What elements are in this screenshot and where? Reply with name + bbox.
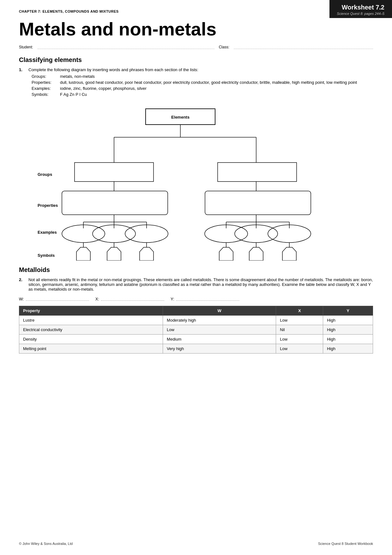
- symbols-row: Symbols: F Ag Zn P I Cu: [32, 92, 373, 97]
- value-cell: Very high: [163, 344, 276, 353]
- worksheet-subtitle: Science Quest 8: pages 244–5: [337, 12, 384, 15]
- student-dots: [38, 45, 214, 49]
- metalloids-table: Property W X Y LustreModerately highLowH…: [19, 306, 373, 354]
- th-y: Y: [323, 306, 373, 315]
- groups-value: metals, non-metals: [60, 74, 373, 79]
- examples-row: Examples: iodine, zinc, fluorine, copper…: [32, 86, 373, 91]
- question2-row: 2. Not all elements readily fit in the m…: [19, 277, 373, 292]
- value-cell: Low: [163, 325, 276, 334]
- w-dots: [26, 297, 89, 301]
- section-classifying: Classifying elements 1. Complete the fol…: [19, 56, 373, 261]
- footer-right: Science Quest 8 Student Workbook: [318, 542, 373, 546]
- elements-label: Elements: [171, 115, 190, 120]
- right-symbol-box-1: [219, 247, 233, 261]
- value-cell: Nil: [276, 325, 323, 334]
- examples-value: iodine, zinc, fluorine, copper, phosphor…: [60, 86, 373, 91]
- page: Worksheet 7.2 Science Quest 8: pages 244…: [0, 0, 392, 555]
- value-cell: High: [323, 344, 373, 353]
- left-properties-box: [62, 191, 168, 215]
- x-label: X:: [95, 297, 99, 301]
- q1-text: Complete the following diagram by insert…: [28, 67, 373, 72]
- y-dots: [176, 297, 239, 301]
- table-row: Electrical conductivityLowNilHigh: [19, 325, 373, 334]
- right-group-box: [218, 163, 297, 182]
- student-label: Student:: [19, 45, 33, 49]
- examples-label: Examples:: [32, 86, 60, 91]
- property-cell: Melting point: [19, 344, 163, 353]
- y-label: Y:: [171, 297, 174, 301]
- value-cell: High: [323, 315, 373, 325]
- left-group-box: [75, 163, 154, 182]
- groups-side-label: Groups: [38, 172, 52, 177]
- section-metalloids: Metalloids 2. Not all elements readily f…: [19, 266, 373, 354]
- student-class-line: Student: Class:: [19, 45, 373, 49]
- property-cell: Electrical conductivity: [19, 325, 163, 334]
- answer-line: W: X: Y:: [19, 297, 373, 301]
- q1-number: 1.: [19, 67, 26, 72]
- section2-title: Metalloids: [19, 266, 373, 274]
- value-cell: High: [323, 325, 373, 334]
- question1-row: 1. Complete the following diagram by ins…: [19, 67, 373, 72]
- question1-block: 1. Complete the following diagram by ins…: [19, 67, 373, 97]
- left-symbol-box-3: [140, 247, 154, 261]
- examples-side-label: Examples: [38, 230, 57, 235]
- value-cell: Low: [276, 344, 323, 353]
- q2-number: 2.: [19, 277, 26, 282]
- right-properties-box: [205, 191, 311, 215]
- answer-w: W:: [19, 297, 89, 301]
- value-cell: Moderately high: [163, 315, 276, 325]
- q1-list-table: Groups: metals, non-metals Properties: d…: [32, 74, 373, 97]
- question2-block: 2. Not all elements readily fit in the m…: [19, 277, 373, 292]
- table-row: DensityMediumLowHigh: [19, 334, 373, 344]
- class-dots: [234, 45, 373, 49]
- th-x: X: [276, 306, 323, 315]
- value-cell: Low: [276, 334, 323, 344]
- value-cell: High: [323, 334, 373, 344]
- chapter-header: CHAPTER 7: Elements, compounds and mixtu…: [19, 9, 373, 13]
- groups-row: Groups: metals, non-metals: [32, 74, 373, 79]
- table-row: Melting pointVery highLowHigh: [19, 344, 373, 353]
- answer-y: Y:: [171, 297, 239, 301]
- properties-value: dull, lustrous, good heat conductor, poo…: [60, 80, 373, 85]
- value-cell: Low: [276, 315, 323, 325]
- w-label: W:: [19, 297, 24, 301]
- class-label: Class:: [219, 45, 229, 49]
- worksheet-badge: Worksheet 7.2 Science Quest 8: pages 244…: [329, 0, 392, 18]
- elements-diagram: Groups Properties Examples Symbols Eleme…: [26, 102, 367, 261]
- table-row: LustreModerately highLowHigh: [19, 315, 373, 325]
- symbols-value: F Ag Zn P I Cu: [60, 92, 373, 97]
- q2-text: Not all elements readily fit in the meta…: [28, 277, 373, 292]
- x-dots: [101, 297, 164, 301]
- left-symbol-box-1: [76, 247, 90, 261]
- worksheet-title: Worksheet 7.2: [337, 4, 384, 11]
- property-cell: Density: [19, 334, 163, 344]
- answer-x: X:: [95, 297, 164, 301]
- property-cell: Lustre: [19, 315, 163, 325]
- value-cell: Medium: [163, 334, 276, 344]
- main-title: Metals and non-metals: [19, 19, 373, 39]
- left-symbol-box-2: [107, 247, 121, 261]
- section1-title: Classifying elements: [19, 56, 373, 64]
- footer-left: © John Wiley & Sons Australia, Ltd: [19, 542, 73, 546]
- right-symbol-box-3: [282, 247, 296, 261]
- right-symbol-box-2: [249, 247, 263, 261]
- diagram-container: Groups Properties Examples Symbols Eleme…: [19, 102, 373, 261]
- symbols-side-label: Symbols: [38, 253, 55, 258]
- groups-label: Groups:: [32, 74, 60, 79]
- symbols-label: Symbols:: [32, 92, 60, 97]
- properties-label: Properties:: [32, 80, 60, 85]
- th-property: Property: [19, 306, 163, 315]
- th-w: W: [163, 306, 276, 315]
- footer: © John Wiley & Sons Australia, Ltd Scien…: [19, 542, 373, 546]
- properties-row: Properties: dull, lustrous, good heat co…: [32, 80, 373, 85]
- properties-side-label: Properties: [38, 203, 58, 208]
- table-header-row: Property W X Y: [19, 306, 373, 315]
